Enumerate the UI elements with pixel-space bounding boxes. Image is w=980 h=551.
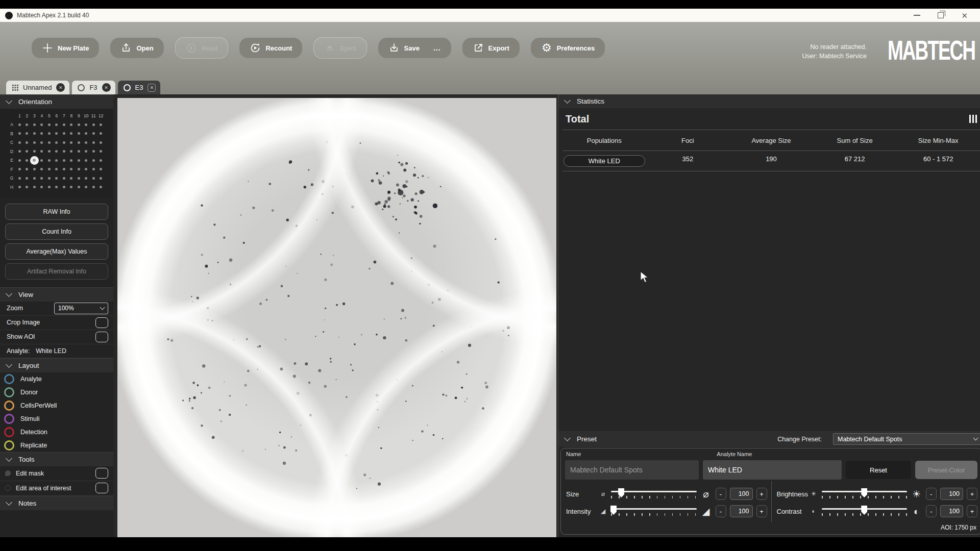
well-H9[interactable] [75, 183, 83, 192]
show-aoi-checkbox[interactable] [95, 332, 108, 342]
well-D2[interactable] [23, 147, 31, 156]
statistics-section-header[interactable]: Statistics [558, 94, 980, 108]
well-G4[interactable] [38, 174, 46, 183]
layout-item-detection[interactable]: Detection [0, 425, 113, 439]
well-D7[interactable] [60, 147, 68, 156]
well-E6[interactable] [53, 156, 61, 165]
crop-image-checkbox[interactable] [95, 317, 108, 328]
well-B5[interactable] [45, 129, 53, 138]
well-A5[interactable] [45, 120, 53, 130]
well-B11[interactable] [90, 129, 97, 138]
well-H10[interactable] [83, 183, 90, 192]
toolbar-open-button[interactable]: Open [110, 38, 163, 58]
well-C1[interactable] [16, 138, 23, 147]
well-B10[interactable] [83, 129, 90, 138]
toolbar-export-button[interactable]: Export [462, 38, 520, 58]
well-H8[interactable] [68, 183, 76, 192]
well-D1[interactable] [16, 147, 23, 156]
well-H5[interactable] [45, 183, 53, 192]
plus-button[interactable]: + [967, 505, 977, 517]
well-E5[interactable] [45, 156, 53, 165]
well-B2[interactable] [23, 129, 31, 138]
well-A12[interactable] [97, 120, 105, 130]
well-H7[interactable] [60, 183, 68, 192]
tab-e3[interactable]: E3✕ [118, 81, 161, 94]
well-D9[interactable] [75, 147, 83, 156]
well-B9[interactable] [75, 129, 83, 138]
close-icon[interactable]: ✕ [961, 12, 968, 19]
well-H1[interactable] [16, 183, 23, 192]
toolbar-read-button[interactable]: Read [175, 37, 229, 59]
well-A10[interactable] [83, 120, 90, 130]
layout-item-analyte[interactable]: Analyte [0, 372, 113, 386]
columns-icon[interactable] [969, 115, 977, 123]
well-F10[interactable] [83, 165, 90, 174]
well-H11[interactable] [90, 183, 97, 192]
tab-unnamed[interactable]: Unnamed✕ [6, 81, 69, 94]
reset-button[interactable]: Reset [846, 461, 911, 479]
well-A11[interactable] [90, 120, 97, 130]
view-section-header[interactable]: View [0, 287, 113, 302]
layout-section-header[interactable]: Layout [0, 358, 113, 372]
well-H12[interactable] [97, 183, 105, 192]
well-D12[interactable] [97, 147, 105, 156]
minus-button[interactable]: - [716, 505, 726, 517]
well-E1[interactable] [16, 156, 23, 165]
toolbar-recount-button[interactable]: Recount [239, 38, 302, 58]
well-C4[interactable] [38, 138, 46, 147]
well-B8[interactable] [68, 129, 76, 138]
plus-button[interactable]: + [756, 488, 767, 500]
minimize-icon[interactable] [914, 15, 920, 16]
contrast-value[interactable]: 100 [940, 505, 963, 517]
well-D6[interactable] [53, 147, 61, 156]
well-A3[interactable] [31, 120, 38, 130]
well-G5[interactable] [45, 174, 53, 183]
notes-section-header[interactable]: Notes [0, 496, 113, 510]
well-E2[interactable] [23, 156, 31, 165]
layout-item-replicate[interactable]: Replicate [0, 439, 113, 452]
toolbar-new-plate-button[interactable]: New Plate [32, 38, 99, 58]
well-B1[interactable] [16, 129, 23, 138]
well-F5[interactable] [45, 165, 53, 174]
intensity-value[interactable]: 100 [730, 505, 753, 517]
analyte-name-input[interactable] [703, 460, 842, 480]
minus-button[interactable]: - [716, 488, 726, 500]
tools-section-header[interactable]: Tools [0, 452, 113, 466]
minus-button[interactable]: - [926, 505, 937, 517]
well-G7[interactable] [60, 174, 68, 183]
toolbar-eject-button[interactable]: Eject [313, 37, 366, 59]
well-H2[interactable] [23, 183, 31, 192]
well-A1[interactable] [16, 120, 23, 130]
brightness-slider[interactable] [822, 488, 908, 499]
toolbar-save-button[interactable]: Save... [378, 38, 451, 58]
well-B4[interactable] [38, 129, 46, 138]
well-E10[interactable] [83, 156, 90, 165]
well-A7[interactable] [60, 120, 68, 130]
average-max-values-button[interactable]: Average(Max) Values [5, 243, 108, 260]
intensity-slider[interactable] [611, 506, 697, 517]
well-G9[interactable] [75, 174, 83, 183]
well-A2[interactable] [23, 120, 31, 130]
population-pill[interactable]: White LED [564, 155, 645, 167]
well-F7[interactable] [60, 165, 68, 174]
well-E7[interactable] [60, 156, 68, 165]
well-image-E3[interactable] [117, 98, 556, 537]
tab-f3[interactable]: F3✕ [72, 81, 115, 94]
well-F2[interactable] [23, 165, 31, 174]
preset-name-input[interactable] [565, 460, 699, 480]
well-A9[interactable] [75, 120, 83, 130]
well-C8[interactable] [68, 138, 76, 147]
close-icon[interactable]: ✕ [148, 84, 156, 92]
well-F6[interactable] [53, 165, 61, 174]
well-F9[interactable] [75, 165, 83, 174]
well-H6[interactable] [53, 183, 61, 192]
well-E4[interactable] [38, 156, 46, 165]
preset-color-button[interactable]: Preset-Color [915, 461, 977, 479]
plus-button[interactable]: + [756, 505, 767, 517]
well-H4[interactable] [38, 183, 46, 192]
well-A8[interactable] [68, 120, 76, 130]
well-E8[interactable] [68, 156, 76, 165]
well-B3[interactable] [31, 129, 38, 138]
well-C3[interactable] [31, 138, 38, 147]
count-info-button[interactable]: Count Info [5, 223, 108, 240]
